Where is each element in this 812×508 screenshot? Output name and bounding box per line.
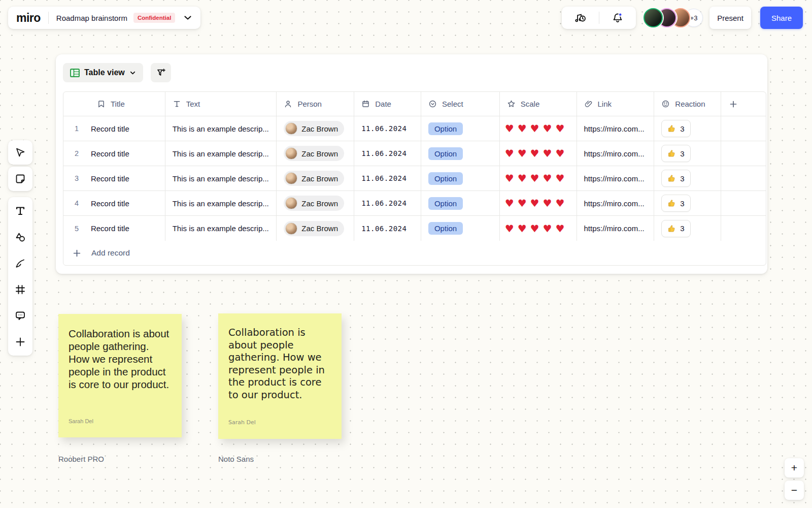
person-cell[interactable]: Zac Brown xyxy=(277,191,354,215)
title-cell[interactable]: Record title xyxy=(90,166,165,190)
heart-icon[interactable]: ♥ xyxy=(543,198,552,208)
board-title[interactable]: Roadmap brainstorm xyxy=(56,14,127,22)
heart-icon[interactable]: ♥ xyxy=(555,198,564,208)
date-cell[interactable]: 11.06.2024 xyxy=(354,166,421,190)
avatar[interactable] xyxy=(644,8,663,27)
select-cell[interactable]: Option xyxy=(421,116,500,141)
text-cell[interactable]: This is an example descrip... xyxy=(165,216,277,241)
link-cell[interactable]: https://miro.com... xyxy=(577,166,655,190)
option-chip[interactable]: Option xyxy=(428,147,463,160)
chevron-down-icon[interactable] xyxy=(183,13,192,22)
heart-icon[interactable]: ♥ xyxy=(543,224,552,234)
link-cell[interactable]: https://miro.com... xyxy=(577,191,655,215)
add-column-button[interactable] xyxy=(721,92,766,116)
text-cell[interactable]: This is an example descrip... xyxy=(165,116,277,141)
person-pill[interactable]: Zac Brown xyxy=(284,171,344,186)
column-header-date[interactable]: Date xyxy=(354,92,421,116)
reaction-cell[interactable]: 3 xyxy=(654,216,721,241)
select-cell[interactable]: Option xyxy=(421,191,500,215)
column-header-title[interactable]: Title xyxy=(63,92,165,116)
date-cell[interactable]: 11.06.2024 xyxy=(354,216,421,241)
title-cell[interactable]: Record title xyxy=(90,191,165,215)
add-tool[interactable] xyxy=(8,330,32,354)
pen-tool[interactable] xyxy=(8,251,32,275)
option-chip[interactable]: Option xyxy=(428,122,463,135)
reaction-cell[interactable]: 3 xyxy=(654,141,721,166)
heart-icon[interactable]: ♥ xyxy=(505,198,514,208)
heart-icon[interactable]: ♥ xyxy=(530,173,539,183)
add-record-button[interactable]: Add record xyxy=(63,241,766,265)
scale-cell[interactable]: ♥♥♥♥♥ xyxy=(500,166,577,190)
column-header-reaction[interactable]: Reaction xyxy=(654,92,721,116)
person-pill[interactable]: Zac Brown xyxy=(284,146,344,161)
reaction-cell[interactable]: 3 xyxy=(654,166,721,190)
empty-cell[interactable] xyxy=(721,116,766,141)
reaction-chip[interactable]: 3 xyxy=(661,195,690,212)
reaction-cell[interactable]: 3 xyxy=(654,116,721,141)
person-pill[interactable]: Zac Brown xyxy=(284,196,344,211)
heart-icon[interactable]: ♥ xyxy=(505,173,514,183)
date-cell[interactable]: 11.06.2024 xyxy=(354,191,421,215)
select-cell[interactable]: Option xyxy=(421,141,500,166)
heart-icon[interactable]: ♥ xyxy=(505,148,514,158)
link-cell[interactable]: https://miro.com... xyxy=(577,141,655,166)
music-timer-icon[interactable] xyxy=(570,8,590,28)
heart-icon[interactable]: ♥ xyxy=(518,198,527,208)
scale-cell[interactable]: ♥♥♥♥♥ xyxy=(500,141,577,166)
empty-cell[interactable] xyxy=(721,141,766,166)
sticky-note[interactable]: Collaboration is about people gathering.… xyxy=(58,314,182,437)
column-header-scale[interactable]: Scale xyxy=(500,92,577,116)
date-cell[interactable]: 11.06.2024 xyxy=(354,141,421,166)
column-header-select[interactable]: Select xyxy=(421,92,500,116)
scale-cell[interactable]: ♥♥♥♥♥ xyxy=(500,191,577,215)
option-chip[interactable]: Option xyxy=(428,222,463,235)
empty-cell[interactable] xyxy=(721,216,766,241)
person-cell[interactable]: Zac Brown xyxy=(277,141,354,166)
heart-icon[interactable]: ♥ xyxy=(518,224,527,234)
heart-icon[interactable]: ♥ xyxy=(530,148,539,158)
empty-cell[interactable] xyxy=(721,166,766,190)
heart-icon[interactable]: ♥ xyxy=(555,148,564,158)
heart-icon[interactable]: ♥ xyxy=(518,123,527,134)
reaction-chip[interactable]: 3 xyxy=(661,120,690,137)
heart-icon[interactable]: ♥ xyxy=(518,148,527,158)
table-view-dropdown[interactable]: Table view xyxy=(63,63,143,82)
select-cell[interactable]: Option xyxy=(421,166,500,190)
person-cell[interactable]: Zac Brown xyxy=(277,166,354,190)
zoom-out-button[interactable]: − xyxy=(785,481,804,500)
select-tool[interactable] xyxy=(8,140,32,165)
comment-tool[interactable] xyxy=(8,303,32,328)
date-cell[interactable]: 11.06.2024 xyxy=(354,116,421,141)
frame-tool[interactable] xyxy=(8,277,32,302)
text-cell[interactable]: This is an example descrip... xyxy=(165,141,277,166)
reaction-chip[interactable]: 3 xyxy=(661,145,690,162)
heart-icon[interactable]: ♥ xyxy=(543,148,552,158)
heart-icon[interactable]: ♥ xyxy=(555,224,564,234)
heart-icon[interactable]: ♥ xyxy=(518,173,527,183)
heart-icon[interactable]: ♥ xyxy=(543,173,552,183)
heart-icon[interactable]: ♥ xyxy=(530,123,539,134)
scale-cell[interactable]: ♥♥♥♥♥ xyxy=(500,116,577,141)
column-header-text[interactable]: Text xyxy=(165,92,277,116)
present-button[interactable]: Present xyxy=(709,7,751,29)
miro-logo[interactable]: miro xyxy=(16,11,41,25)
notifications-bell-icon[interactable] xyxy=(607,8,628,28)
person-pill[interactable]: Zac Brown xyxy=(284,121,344,136)
empty-cell[interactable] xyxy=(721,191,766,215)
sticky-note-tool[interactable] xyxy=(8,167,32,191)
heart-icon[interactable]: ♥ xyxy=(555,173,564,183)
column-header-person[interactable]: Person xyxy=(277,92,354,116)
link-cell[interactable]: https://miro.com... xyxy=(577,116,655,141)
heart-icon[interactable]: ♥ xyxy=(505,224,514,234)
scale-cell[interactable]: ♥♥♥♥♥ xyxy=(500,216,577,241)
heart-icon[interactable]: ♥ xyxy=(543,123,552,134)
column-header-link[interactable]: Link xyxy=(577,92,655,116)
title-cell[interactable]: Record title xyxy=(90,116,165,141)
option-chip[interactable]: Option xyxy=(428,172,463,185)
text-cell[interactable]: This is an example descrip... xyxy=(165,166,277,190)
person-cell[interactable]: Zac Brown xyxy=(277,116,354,141)
text-tool[interactable] xyxy=(8,199,32,223)
heart-icon[interactable]: ♥ xyxy=(555,123,564,134)
reaction-chip[interactable]: 3 xyxy=(661,220,690,237)
reaction-cell[interactable]: 3 xyxy=(654,191,721,215)
